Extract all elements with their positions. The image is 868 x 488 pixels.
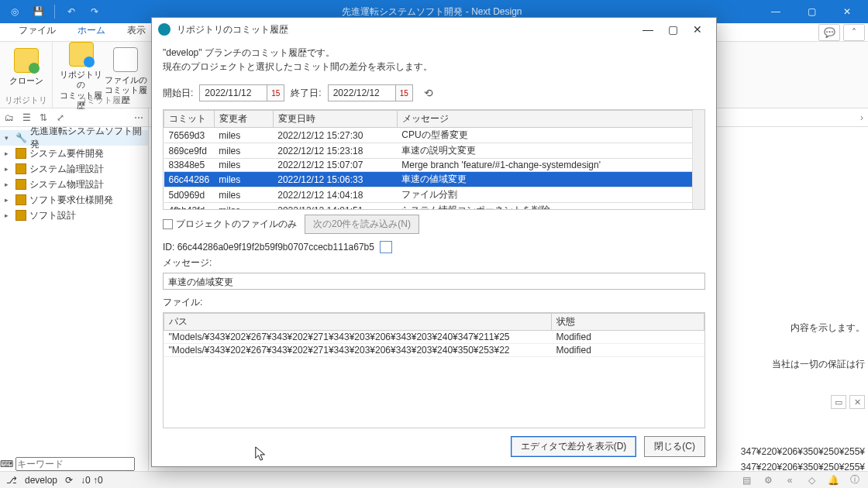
tree-item[interactable]: ▸ソフト設計 [0,208,148,223]
status-bell-icon[interactable]: 🔔 [826,475,840,486]
repo-history-icon [69,42,94,67]
table-row[interactable]: 869ce9fdmiles2022/12/12 15:23:18車速の説明文変更 [164,143,704,159]
commits-table[interactable]: コミット 変更者 変更日時 メッセージ 76569d3miles2022/12/… [163,109,705,210]
end-date-input[interactable]: 15 [328,84,413,101]
status-gear-icon[interactable]: ⚙ [761,475,775,486]
close-button[interactable]: ✕ [829,0,865,23]
search-input[interactable] [16,457,135,471]
status-info-icon[interactable]: ⓘ [848,473,862,486]
id-label: ID: [163,242,174,253]
refresh-icon[interactable]: ⟲ [424,87,433,99]
dialog-desc-1: "develop" ブランチのコミット履歴です。 [163,46,705,60]
end-date-label: 終了日: [291,87,321,100]
filter-icon[interactable]: ☰ [20,112,33,124]
tree-search[interactable]: ⌨ [0,457,148,471]
dialog-title: リポジトリのコミット履歴 [177,23,636,36]
panel-close-icon[interactable]: ✕ [849,395,865,409]
redo-icon[interactable]: ↷ [86,3,103,20]
tree-item[interactable]: ▸システム物理設計 [0,177,148,192]
table-row[interactable]: "Models/¥343¥202¥267¥343¥202¥271¥343¥203… [164,343,704,356]
tab-home[interactable]: ホーム [67,21,116,41]
dialog-close-button[interactable]: ✕ [685,23,710,36]
load-more-button[interactable]: 次の20件を読み込み(N) [305,215,419,234]
files-table[interactable]: パス 状態 "Models/¥343¥202¥267¥343¥202¥271¥3… [163,312,705,428]
status-diamond-icon[interactable]: ◇ [804,475,818,486]
project-files-only-checkbox[interactable]: プロジェクトのファイルのみ [163,218,297,231]
calendar-icon[interactable]: 15 [395,85,412,101]
dialog-minimize-button[interactable]: — [636,23,660,36]
minimize-button[interactable]: — [758,0,794,23]
sync-icon[interactable]: ⟳ [65,475,73,486]
branch-icon[interactable]: ⎇ [6,475,17,486]
tree-item[interactable]: ▸システム論理設計 [0,161,148,177]
collapse-ribbon-icon[interactable]: ˄ [843,24,865,41]
table-row[interactable]: "Models/¥343¥202¥267¥343¥202¥271¥343¥203… [164,330,704,343]
sort-icon[interactable]: ⇅ [37,112,50,124]
app-icon: ◎ [6,3,23,20]
dialog-maximize-button[interactable]: ▢ [660,23,685,36]
tree-item[interactable]: ▸ソフト要求仕様開発 [0,192,148,208]
dialog-desc-2: 現在のプロジェクトと選択したコミット間の差分を表示します。 [163,60,705,74]
mouse-cursor-icon [254,445,268,462]
commit-history-dialog: リポジトリのコミット履歴 — ▢ ✕ "develop" ブランチのコミット履歴… [151,17,717,467]
chat-icon[interactable]: 💬 [818,24,840,41]
files-label: ファイル: [163,296,705,309]
save-icon[interactable]: 💾 [29,3,46,20]
table-row[interactable]: 76569d3miles2022/12/12 15:27:30CPUの型番変更 [164,128,704,143]
table-row[interactable]: 83848e5miles2022/12/12 15:07:07Merge bra… [164,159,704,172]
window-title: 先進運転システムソフト開発 - Next Design [106,5,758,19]
copy-icon[interactable] [381,242,392,253]
show-diff-button[interactable]: エディタで差分を表示(D) [511,436,637,457]
scrollbar[interactable] [692,110,704,209]
status-lock-icon[interactable]: ▤ [739,475,753,486]
tree-icon[interactable]: 🗂 [3,112,16,124]
message-label: メッセージ: [163,256,705,270]
file-history-icon [113,47,138,72]
status-chevron-icon[interactable]: « [783,475,797,486]
more-icon[interactable]: ⋯ [133,112,145,124]
id-value: 66c44286a0e9f19f2b59f9b0707ccecb111a67b5 [177,242,374,253]
branch-name[interactable]: develop [25,475,57,486]
keyboard-icon: ⌨ [0,459,13,469]
table-row[interactable]: 4fbb42fdmiles2022/12/12 14:01:51システム情報コン… [164,203,704,211]
tab-file[interactable]: ファイル [8,21,67,41]
dialog-icon [158,23,170,36]
table-row[interactable]: 5d0969dmiles2022/12/12 14:04:18ファイル分割 [164,187,704,203]
clone-button[interactable]: クローン [3,45,50,86]
tree-root[interactable]: ▾ 🔧 先進運転システムソフト開発 [0,130,148,146]
start-date-label: 開始日: [163,87,193,100]
expand-icon[interactable]: ⤢ [54,112,67,124]
project-explorer: 🗂 ☰ ⇅ ⤢ ⋯ ▾ 🔧 先進運転システムソフト開発 ▸システム要件開発▸シス… [0,108,149,471]
close-dialog-button[interactable]: 閉じる(C) [644,436,705,457]
clone-icon [14,48,39,73]
calendar-icon[interactable]: 15 [267,85,284,101]
start-date-input[interactable]: 15 [199,84,284,101]
message-value: 車速の値域変更 [163,273,705,290]
maximize-button[interactable]: ▢ [794,0,829,23]
sync-counts: ↓0 ↑0 [81,475,103,486]
table-row[interactable]: 66c44286miles2022/12/12 15:06:33車速の値域変更 [164,172,704,187]
panel-restore-icon[interactable]: ▭ [831,395,846,409]
chevron-right-icon[interactable]: › [860,112,863,123]
undo-icon[interactable]: ↶ [63,3,80,20]
